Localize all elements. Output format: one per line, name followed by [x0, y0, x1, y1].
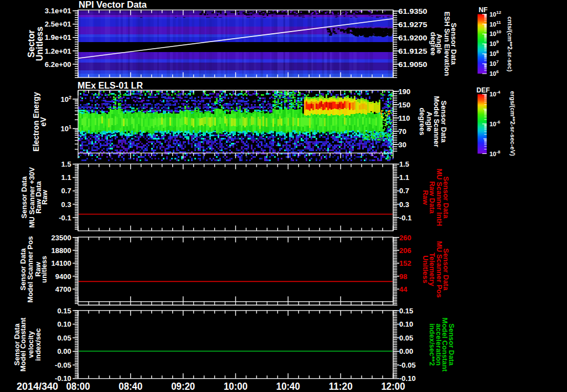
svg-text:08:00: 08:00 [66, 380, 90, 392]
svg-text:Unitless: Unitless [35, 27, 44, 61]
svg-text:DEF: DEF [477, 86, 490, 94]
svg-text:0.05: 0.05 [399, 334, 413, 342]
svg-text:degrees: degrees [418, 108, 426, 136]
svg-text:12:00: 12:00 [382, 380, 405, 392]
svg-text:98: 98 [399, 272, 407, 281]
svg-text:260: 260 [399, 234, 411, 242]
svg-text:61.9275: 61.9275 [399, 20, 427, 29]
svg-text:unitless: unitless [40, 256, 48, 283]
svg-text:152: 152 [399, 259, 411, 267]
svg-text:61.9125: 61.9125 [399, 47, 427, 55]
svg-text:70: 70 [399, 127, 406, 136]
svg-text:206: 206 [399, 246, 411, 255]
svg-text:18800: 18800 [51, 246, 71, 255]
svg-text:NF: NF [479, 6, 488, 14]
svg-text:110: 110 [399, 114, 410, 122]
svg-text:0.00: 0.00 [57, 347, 71, 355]
svg-text:-0.05: -0.05 [399, 361, 416, 369]
svg-text:1.5: 1.5 [61, 160, 71, 168]
svg-text:09:20: 09:20 [171, 380, 195, 392]
svg-text:eV: eV [39, 117, 48, 127]
svg-text:1.5: 1.5 [399, 160, 409, 168]
svg-text:cnts/(cm**2-sr-sec): cnts/(cm**2-sr-sec) [507, 17, 513, 72]
svg-text:Unitless: Unitless [421, 255, 430, 283]
svg-text:11:20: 11:20 [329, 380, 353, 392]
svg-text:degree: degree [429, 32, 437, 56]
svg-text:1.1: 1.1 [61, 173, 71, 182]
svg-text:1.9e+01: 1.9e+01 [45, 33, 71, 42]
svg-text:14100: 14100 [51, 259, 71, 267]
svg-text:6.2e+00: 6.2e+00 [45, 60, 71, 69]
svg-text:0.05: 0.05 [57, 334, 71, 342]
svg-text:-0.1: -0.1 [399, 214, 411, 222]
svg-text:0.7: 0.7 [399, 187, 409, 195]
svg-text:2014/340: 2014/340 [17, 380, 58, 392]
svg-text:0.15: 0.15 [57, 307, 71, 315]
svg-text:index/sec: index/sec [34, 328, 42, 361]
svg-text:0.00: 0.00 [399, 347, 413, 355]
svg-text:NPI Vector Data: NPI Vector Data [79, 0, 147, 9]
svg-text:4700: 4700 [55, 285, 71, 293]
svg-text:-0.05: -0.05 [55, 361, 71, 369]
svg-text:-0.1: -0.1 [59, 214, 71, 222]
svg-text:2.5e+01: 2.5e+01 [45, 20, 71, 28]
svg-text:ergs/(cm**2-sr-sec-eV): ergs/(cm**2-sr-sec-eV) [509, 91, 516, 156]
svg-text:44: 44 [399, 285, 408, 293]
svg-text:10:40: 10:40 [276, 380, 300, 392]
svg-text:190: 190 [399, 87, 411, 96]
svg-text:0.3: 0.3 [61, 200, 71, 209]
svg-text:10:00: 10:00 [224, 380, 248, 392]
svg-text:MEx ELS-01 LR: MEx ELS-01 LR [78, 81, 143, 90]
svg-text:ESH Sun Elevation: ESH Sun Elevation [443, 12, 451, 76]
svg-text:index/sec**2: index/sec**2 [428, 323, 436, 366]
svg-text:9400: 9400 [55, 272, 71, 281]
svg-text:0.10: 0.10 [57, 320, 71, 328]
svg-text:61.9350: 61.9350 [399, 7, 427, 16]
svg-text:61.9200: 61.9200 [399, 34, 427, 42]
svg-text:23500: 23500 [51, 234, 71, 242]
svg-text:1.1: 1.1 [399, 173, 409, 182]
svg-text:3.1e+01: 3.1e+01 [45, 7, 71, 15]
svg-text:0.7: 0.7 [61, 187, 71, 195]
svg-text:08:40: 08:40 [118, 380, 142, 392]
svg-text:0.3: 0.3 [399, 200, 409, 209]
svg-text:Raw: Raw [40, 189, 49, 205]
svg-text:0.15: 0.15 [399, 307, 413, 315]
svg-text:Raw: Raw [421, 190, 430, 205]
svg-text:0.10: 0.10 [399, 320, 413, 328]
svg-text:30: 30 [399, 141, 406, 149]
svg-text:61.9050: 61.9050 [399, 60, 427, 69]
svg-text:150: 150 [399, 101, 411, 109]
svg-text:1.2e+01: 1.2e+01 [45, 47, 71, 55]
